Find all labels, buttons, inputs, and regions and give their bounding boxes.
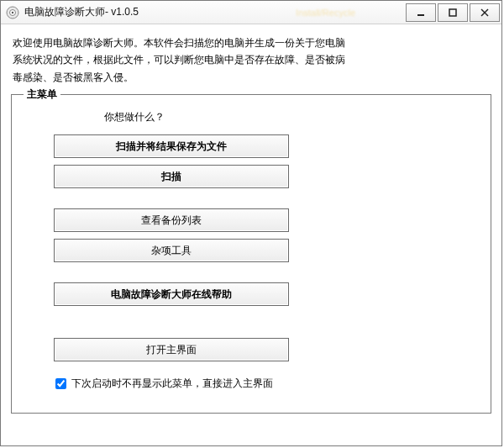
minimize-button[interactable]	[406, 3, 436, 22]
maximize-button[interactable]	[438, 3, 468, 22]
intro-text: 欢迎使用电脑故障诊断大师。本软件会扫描您的电脑并生成一份关于您电脑 系统状况的文…	[13, 34, 490, 86]
intro-line3: 毒感染、是否被黑客入侵。	[13, 71, 134, 83]
scan-and-save-button[interactable]: 扫描并将结果保存为文件	[54, 134, 289, 158]
group-legend: 主菜单	[24, 87, 60, 102]
svg-rect-3	[417, 14, 424, 16]
window-controls	[406, 3, 500, 22]
misc-tools-button[interactable]: 杂项工具	[54, 239, 289, 262]
view-backup-list-button[interactable]: 查看备份列表	[54, 208, 289, 232]
content-area: 欢迎使用电脑故障诊断大师。本软件会扫描您的电脑并生成一份关于您电脑 系统状况的文…	[1, 24, 501, 445]
menu-prompt: 你想做什么？	[104, 110, 449, 124]
close-button[interactable]	[470, 3, 500, 22]
skip-menu-checkbox[interactable]	[55, 378, 66, 389]
online-help-button[interactable]: 电脑故障诊断大师在线帮助	[54, 282, 289, 306]
titlebar: 电脑故障诊断大师- v1.0.5 Install/Recycle	[1, 1, 501, 24]
blurred-text: Install/Recycle	[296, 8, 355, 18]
svg-point-2	[12, 11, 13, 13]
intro-line1: 欢迎使用电脑故障诊断大师。本软件会扫描您的电脑并生成一份关于您电脑	[13, 37, 345, 49]
intro-line2: 系统状况的文件，根据此文件，可以判断您电脑中是否存在故障、是否被病	[13, 54, 345, 66]
scan-button[interactable]: 扫描	[54, 165, 289, 188]
skip-menu-label: 下次启动时不再显示此菜单，直接进入主界面	[71, 377, 273, 391]
skip-menu-checkbox-row[interactable]: 下次启动时不再显示此菜单，直接进入主界面	[55, 377, 449, 391]
app-icon	[6, 6, 19, 19]
svg-rect-4	[449, 9, 456, 16]
open-main-ui-button[interactable]: 打开主界面	[54, 338, 289, 361]
app-window: 电脑故障诊断大师- v1.0.5 Install/Recycle 欢迎使用电脑故…	[0, 0, 502, 446]
window-title: 电脑故障诊断大师- v1.0.5	[24, 5, 139, 19]
main-menu-group: 主菜单 你想做什么？ 扫描并将结果保存为文件 扫描 查看备份列表 杂项工具 电脑…	[11, 94, 491, 414]
